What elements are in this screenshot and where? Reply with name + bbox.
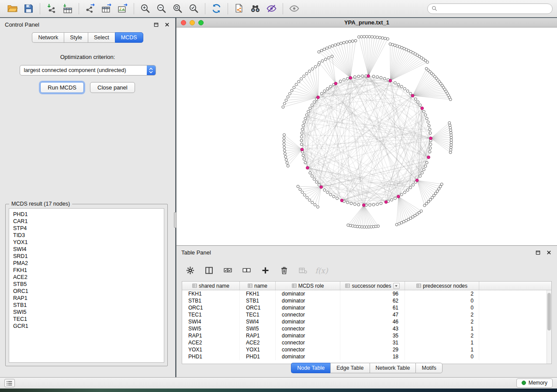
mcds-result-item[interactable]: PMA2 (13, 260, 160, 267)
table-cell[interactable]: 0 (405, 304, 479, 311)
tab-network[interactable]: Network (32, 32, 64, 43)
import-table-icon[interactable] (59, 2, 76, 15)
table-row[interactable]: STB1STB1dominator620 (182, 297, 551, 304)
import-network-icon[interactable] (43, 2, 59, 15)
add-row-icon[interactable] (259, 265, 271, 276)
table-cell[interactable]: 0 (405, 353, 479, 360)
table-cell[interactable]: 1 (405, 346, 479, 353)
criterion-dropdown[interactable]: largest connected component (undirected) (20, 65, 156, 76)
close-panel-button[interactable]: Close panel (90, 82, 135, 93)
save-session-icon[interactable] (21, 2, 37, 15)
table-tab-motifs[interactable]: Motifs (415, 363, 442, 373)
column-header-shared-name[interactable]: shared name (182, 282, 240, 290)
delete-row-icon[interactable] (278, 265, 290, 276)
mcds-result-item[interactable]: GCR1 (13, 323, 160, 330)
show-all-icon[interactable] (286, 2, 302, 15)
column-header-name[interactable]: name (240, 282, 276, 290)
table-cell[interactable]: STB1 (240, 297, 276, 304)
table-row[interactable]: TEC1TEC1connector472 (182, 311, 551, 318)
float-window-icon[interactable] (152, 21, 159, 28)
mcds-result-item[interactable]: TEC1 (13, 316, 160, 323)
mcds-result-item[interactable]: SRD1 (13, 253, 160, 260)
table-cell[interactable]: 46 (340, 318, 405, 325)
table-cell[interactable]: RAP1 (182, 332, 240, 339)
table-cell[interactable]: 35 (340, 332, 405, 339)
float-table-window-icon[interactable] (534, 249, 541, 256)
table-row[interactable]: PHD1PHD1dominator180 (182, 353, 551, 360)
table-cell[interactable]: connector (276, 311, 340, 318)
mcds-result-item[interactable]: STB5 (13, 281, 160, 288)
mcds-result-item[interactable]: STB1 (13, 302, 160, 309)
table-cell[interactable]: YOX1 (240, 346, 276, 353)
table-cell[interactable]: 2 (405, 311, 479, 318)
mcds-result-item[interactable]: ACE2 (13, 274, 160, 281)
column-header-successor-nodes[interactable]: successor nodes (340, 282, 405, 290)
zoom-selected-icon[interactable] (186, 2, 202, 15)
table-cell[interactable]: 2 (405, 332, 479, 339)
table-cell[interactable]: SWI5 (182, 325, 240, 332)
table-cell[interactable]: 43 (340, 325, 405, 332)
table-cell[interactable]: dominator (276, 297, 340, 304)
table-cell[interactable]: 2 (405, 318, 479, 325)
memory-button[interactable]: Memory (516, 378, 553, 388)
search-input[interactable] (439, 6, 548, 12)
table-scrollbar-thumb[interactable] (547, 293, 551, 330)
table-cell[interactable]: FKH1 (182, 290, 240, 297)
table-cell[interactable]: 62 (340, 297, 405, 304)
mcds-result-item[interactable]: ORC1 (13, 288, 160, 295)
tab-style[interactable]: Style (64, 32, 88, 43)
table-cell[interactable]: 0 (405, 297, 479, 304)
tab-mcds[interactable]: MCDS (115, 32, 143, 43)
table-cell[interactable]: PHD1 (240, 353, 276, 360)
table-row[interactable]: ORC1ORC1dominator610 (182, 304, 551, 311)
search-box[interactable] (427, 3, 553, 14)
table-cell[interactable]: connector (276, 325, 340, 332)
table-cell[interactable]: 2 (405, 290, 479, 297)
table-cell[interactable]: connector (276, 339, 340, 346)
table-cell[interactable]: 31 (340, 339, 405, 346)
export-image-icon[interactable] (114, 2, 131, 15)
table-cell[interactable]: 96 (340, 290, 405, 297)
table-row[interactable]: RAP1RAP1dominator352 (182, 332, 551, 339)
table-cell[interactable]: YOX1 (182, 346, 240, 353)
mcds-result-item[interactable]: YOX1 (13, 239, 160, 246)
table-cell[interactable]: STB1 (182, 297, 240, 304)
table-cell[interactable]: 61 (340, 304, 405, 311)
deselect-all-rows-icon[interactable] (241, 265, 252, 276)
mcds-result-item[interactable]: CAR1 (13, 218, 160, 225)
tab-select[interactable]: Select (88, 32, 115, 43)
column-sort-dropdown-icon[interactable] (393, 283, 400, 289)
table-row[interactable]: SWI4SWI4dominator462 (182, 318, 551, 325)
duplicate-network-icon[interactable] (231, 2, 247, 15)
table-cell[interactable]: TEC1 (182, 311, 240, 318)
zoom-out-icon[interactable] (153, 2, 170, 15)
table-settings-gear-icon[interactable] (184, 265, 196, 276)
export-network-icon[interactable] (82, 2, 98, 15)
table-cell[interactable]: 1 (405, 325, 479, 332)
table-row[interactable]: FKH1FKH1dominator962 (182, 290, 551, 297)
table-cell[interactable]: 1 (405, 339, 479, 346)
table-row[interactable]: ACE2ACE2connector311 (182, 339, 551, 346)
mcds-result-item[interactable]: SWI5 (13, 309, 160, 316)
table-cell[interactable]: SWI4 (240, 318, 276, 325)
column-header-predecessor-nodes[interactable]: predecessor nodes (405, 282, 479, 290)
open-session-icon[interactable] (4, 2, 21, 15)
column-visibility-icon[interactable] (203, 265, 214, 276)
table-cell[interactable]: 18 (340, 353, 405, 360)
table-cell[interactable]: TEC1 (240, 311, 276, 318)
mcds-result-item[interactable]: FKH1 (13, 267, 160, 274)
task-history-button[interactable] (4, 379, 15, 387)
table-tab-network-table[interactable]: Network Table (370, 363, 416, 373)
network-canvas[interactable] (176, 28, 557, 245)
mcds-result-item[interactable]: RAP1 (13, 295, 160, 302)
table-row[interactable]: SWI5SWI5connector431 (182, 325, 551, 332)
close-panel-icon[interactable] (163, 21, 170, 28)
table-tab-edge-table[interactable]: Edge Table (330, 363, 369, 373)
run-mcds-button[interactable]: Run MCDS (40, 82, 84, 93)
table-cell[interactable]: PHD1 (182, 353, 240, 360)
table-cell[interactable]: connector (276, 346, 340, 353)
table-scrollbar[interactable] (547, 290, 551, 364)
search-network-icon[interactable] (247, 2, 263, 15)
refresh-layout-icon[interactable] (208, 2, 225, 15)
table-cell[interactable]: 29 (340, 346, 405, 353)
